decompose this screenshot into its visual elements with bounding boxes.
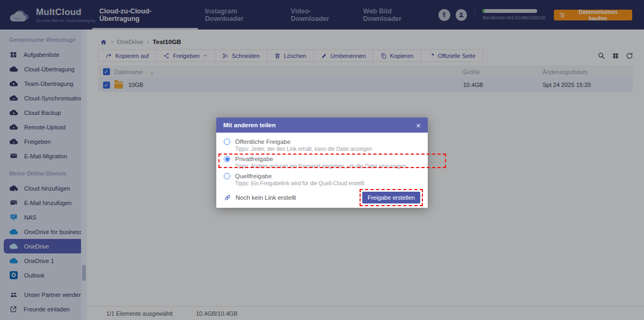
create-share-wrap: Freigabe erstellen [362,192,420,203]
link-status-text: Noch kein Link erstellt [236,194,296,201]
option-label[interactable]: Öffentliche Freigabe [235,139,290,145]
share-dialog-title: Mit anderen teilen [223,122,276,128]
option-tip: Tipps: Ein Freigabelink wird für die Que… [235,180,420,186]
share-dialog: Mit anderen teilen × Öffentliche Freigab… [216,118,428,208]
option-label[interactable]: Privatfreigabe [235,156,273,162]
link-status: Noch kein Link erstellt [224,194,296,201]
option-private-share[interactable]: Privatfreigabe Tipps: Andere müssen ein … [224,155,420,170]
radio-private-share[interactable] [224,156,230,162]
share-dialog-body: Öffentliche Freigabe Tipps: Jeder, der d… [216,133,428,208]
option-tip: Tipps: Jeder, der den Link erhält, kann … [235,146,420,152]
option-label[interactable]: Quellfreigabe [235,173,272,179]
radio-source-share[interactable] [224,173,230,179]
share-dialog-header: Mit anderen teilen × [216,118,428,133]
create-share-button[interactable]: Freigabe erstellen [362,192,420,203]
close-icon[interactable]: × [416,121,421,129]
option-source-share[interactable]: Quellfreigabe Tipps: Ein Freigabelink wi… [224,172,420,187]
radio-public-share[interactable] [224,139,230,145]
option-tip: Tipps: Andere müssen ein Passwort eingeb… [235,163,420,169]
option-public-share[interactable]: Öffentliche Freigabe Tipps: Jeder, der d… [224,137,420,153]
share-dialog-footer: Noch kein Link erstellt Freigabe erstell… [224,192,420,203]
link-chain-icon [224,194,231,201]
